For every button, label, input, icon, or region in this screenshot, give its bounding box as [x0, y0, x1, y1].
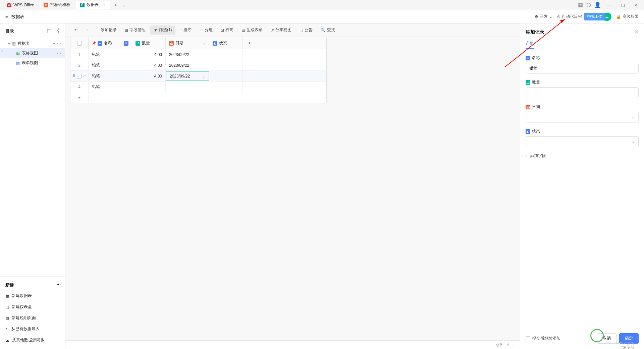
group-button[interactable]: ▭ 分组	[196, 26, 216, 35]
tree-item-datatable[interactable]: ▾ ▦ 数据表 + ⋯	[0, 39, 65, 48]
cell-date[interactable]: 2023/09/22	[166, 60, 209, 70]
continue-label: 提交后继续添加	[532, 336, 560, 341]
cell-date-selected[interactable]: 2023/09/22 ⌄	[166, 71, 209, 81]
tab-dropdown-icon[interactable]: ⌄	[122, 2, 126, 8]
close-icon[interactable]: ×	[103, 3, 106, 7]
cell-status[interactable]	[209, 60, 243, 70]
tab-add-button[interactable]: +	[111, 2, 120, 8]
number-type-icon: 12	[136, 41, 140, 46]
row-checkbox[interactable]	[77, 74, 82, 79]
name-input[interactable]	[526, 63, 639, 73]
qty-input[interactable]	[526, 87, 639, 98]
add-field-button[interactable]: + 添加字段	[526, 153, 639, 159]
chevron-down-icon[interactable]: ⌄	[512, 342, 515, 347]
plus-icon[interactable]: +	[53, 41, 55, 46]
maximize-button[interactable]: ▢	[618, 0, 628, 10]
cell-qty[interactable]: 4.00	[132, 60, 166, 70]
add-row-button[interactable]: +	[70, 92, 89, 103]
th-name[interactable]: 📌 A 名称 ▼	[89, 37, 132, 49]
redo-button[interactable]: ↷	[82, 26, 92, 34]
cell-status[interactable]	[209, 82, 243, 92]
filter-active-icon[interactable]: ▼	[124, 41, 128, 46]
table-row[interactable]: 1 铅笔 4.00 2023/09/22	[70, 49, 326, 60]
filter-icon: ▼	[154, 28, 158, 33]
undo-button[interactable]: ↶	[71, 26, 81, 34]
panel-tab-details[interactable]: 详情	[526, 41, 534, 49]
cell-date[interactable]: 2023/09/22	[166, 49, 209, 60]
grid-icon[interactable]: ▦	[578, 2, 583, 8]
form-icon: ▤	[241, 28, 245, 33]
cell-qty[interactable]	[132, 82, 166, 92]
field-mgmt-button[interactable]: ⊞ 字段管理	[121, 26, 149, 35]
status-select[interactable]: ⌄	[526, 136, 639, 147]
table-icon: ▦	[12, 41, 16, 46]
collapse-icon[interactable]: 《	[54, 28, 60, 35]
cell-status[interactable]	[209, 49, 243, 60]
cell-status[interactable]	[209, 71, 243, 81]
search-button[interactable]: 🔍 查找	[317, 26, 338, 35]
cell-name[interactable]: 铅笔	[89, 60, 132, 70]
th-status[interactable]: ◐ 状态	[209, 37, 243, 49]
funnel-icon[interactable]: ▽	[203, 41, 206, 46]
expand-icon[interactable]: ◫	[47, 28, 52, 35]
expand-icon[interactable]: ⤢	[83, 74, 86, 79]
continue-checkbox[interactable]	[526, 336, 530, 341]
tree-item-grid-view[interactable]: ▦ 表格视图 ⋯	[0, 48, 65, 58]
row-height-button[interactable]: ⊡ 行高	[217, 26, 237, 35]
premium-button[interactable]: 🔒 高级权限	[616, 14, 639, 19]
minimize-button[interactable]: —	[604, 0, 614, 10]
table-row[interactable]: 2 铅笔 4.00 2023/09/22	[70, 60, 326, 71]
panel-title: 添加记录	[526, 29, 544, 35]
tree-item-form-view[interactable]: ▤ 表单视图	[0, 58, 65, 68]
sidebar-title: 目录	[5, 28, 14, 34]
new-doc-button[interactable]: ▤ 新建说明页面	[0, 312, 65, 323]
clipboard-icon: ▢	[300, 28, 303, 33]
chevron-down-icon[interactable]: ⌄	[202, 74, 205, 79]
tab-datatable[interactable]: S 数据表 ×	[76, 1, 110, 9]
table-row[interactable]: 4 铅笔	[70, 82, 326, 92]
close-button[interactable]: ✕	[631, 0, 641, 10]
th-add-column[interactable]: +	[243, 37, 256, 49]
doc-icon: ▤	[5, 316, 9, 320]
menu-icon[interactable]: ≡	[5, 14, 8, 19]
more-icon[interactable]: ⋯	[57, 41, 61, 46]
th-checkbox[interactable]	[70, 37, 89, 49]
table-add-row[interactable]: +	[70, 92, 326, 103]
automation-button[interactable]: ⊕ 自动化流程	[557, 14, 582, 19]
new-section-header[interactable]: 新建 ⌃	[0, 280, 65, 290]
develop-icon: ⚙	[535, 14, 538, 19]
date-select[interactable]: ⌄	[526, 112, 639, 122]
drag-handle-icon[interactable]: ⠿	[1, 49, 3, 53]
cell-date[interactable]	[166, 82, 209, 92]
notice-button[interactable]: ▢ 公告	[296, 26, 316, 35]
more-icon[interactable]: ⋯	[57, 51, 61, 56]
table-row[interactable]: ⠿ ⤢ 铅笔 4.00 2023/09/22 ⌄	[70, 71, 326, 82]
sync-data-button[interactable]: ☁ 从其他数据源同步	[0, 335, 65, 346]
sort-button[interactable]: ↕ 排序	[177, 26, 195, 35]
import-data-button[interactable]: ↻ 从已有数据导入	[0, 323, 65, 335]
cell-qty[interactable]: 4.00	[132, 49, 166, 60]
tab-templates[interactable]: ◈ 找稻壳模板	[40, 1, 74, 9]
th-date[interactable]: 📅 日期 ▽	[166, 37, 209, 49]
drag-icon[interactable]: ⠿	[73, 74, 75, 79]
new-dashboard-button[interactable]: ◫ 新建仪表盘	[0, 301, 65, 312]
close-icon[interactable]: ✕	[634, 29, 639, 35]
cell-name[interactable]: 铅笔	[89, 49, 132, 60]
cube-icon[interactable]: ⬡	[586, 2, 591, 8]
cell-name[interactable]: 铅笔	[89, 82, 132, 92]
statusbar: 总数：4 ⌄	[65, 340, 520, 349]
row-count: 总数：4	[496, 342, 509, 347]
new-datatable-button[interactable]: ▦ 新建数据表	[0, 290, 65, 301]
filter-button[interactable]: ▼ 筛选(1)	[150, 26, 175, 35]
cell-qty[interactable]: 4.00	[132, 71, 166, 81]
develop-button[interactable]: ⚙ 开发 ⌄	[535, 14, 552, 19]
share-view-button[interactable]: ↗ 分享视图	[267, 26, 295, 35]
tree-label: 数据表	[18, 41, 30, 46]
th-qty[interactable]: 12 数量	[132, 37, 166, 49]
cell-name[interactable]: 铅笔	[89, 71, 132, 81]
tab-wps[interactable]: W WPS Office	[3, 1, 38, 9]
add-record-button[interactable]: + 添加记录	[94, 26, 120, 35]
gen-form-button[interactable]: ▤ 生成表单	[238, 26, 266, 35]
table-icon: ▦	[5, 294, 9, 298]
user-icon[interactable]: 👤	[594, 2, 601, 8]
